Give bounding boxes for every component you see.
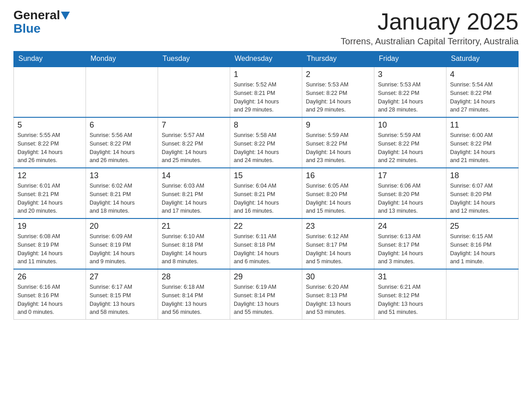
day-number: 22 bbox=[234, 222, 298, 231]
calendar-cell: 22Sunrise: 6:11 AM Sunset: 8:18 PM Dayli… bbox=[230, 218, 302, 269]
calendar-week-row: 1Sunrise: 5:52 AM Sunset: 8:21 PM Daylig… bbox=[14, 67, 519, 117]
calendar-cell: 18Sunrise: 6:07 AM Sunset: 8:20 PM Dayli… bbox=[446, 168, 519, 218]
calendar-week-row: 26Sunrise: 6:16 AM Sunset: 8:16 PM Dayli… bbox=[14, 269, 519, 320]
calendar-header-friday: Friday bbox=[374, 51, 446, 67]
calendar-cell: 17Sunrise: 6:06 AM Sunset: 8:20 PM Dayli… bbox=[374, 168, 446, 218]
calendar-cell: 15Sunrise: 6:04 AM Sunset: 8:21 PM Dayli… bbox=[230, 168, 302, 218]
location-title: Torrens, Australian Capital Territory, A… bbox=[341, 36, 519, 47]
day-info: Sunrise: 5:58 AM Sunset: 8:22 PM Dayligh… bbox=[234, 131, 298, 165]
day-number: 28 bbox=[162, 272, 226, 282]
day-info: Sunrise: 6:18 AM Sunset: 8:14 PM Dayligh… bbox=[162, 283, 226, 317]
calendar-cell: 1Sunrise: 5:52 AM Sunset: 8:21 PM Daylig… bbox=[230, 67, 302, 117]
day-number: 4 bbox=[450, 70, 515, 79]
day-info: Sunrise: 6:16 AM Sunset: 8:16 PM Dayligh… bbox=[17, 283, 82, 317]
day-info: Sunrise: 6:01 AM Sunset: 8:21 PM Dayligh… bbox=[17, 182, 82, 215]
calendar-cell: 6Sunrise: 5:56 AM Sunset: 8:22 PM Daylig… bbox=[86, 117, 158, 168]
calendar-cell: 12Sunrise: 6:01 AM Sunset: 8:21 PM Dayli… bbox=[14, 168, 86, 218]
day-info: Sunrise: 6:21 AM Sunset: 8:12 PM Dayligh… bbox=[378, 283, 442, 317]
calendar-week-row: 19Sunrise: 6:08 AM Sunset: 8:19 PM Dayli… bbox=[14, 218, 519, 269]
calendar-cell: 2Sunrise: 5:53 AM Sunset: 8:22 PM Daylig… bbox=[302, 67, 374, 117]
day-number: 25 bbox=[450, 222, 515, 231]
calendar-cell bbox=[86, 67, 158, 117]
title-area: January 2025 Torrens, Australian Capital… bbox=[341, 9, 519, 47]
day-info: Sunrise: 6:03 AM Sunset: 8:21 PM Dayligh… bbox=[162, 182, 226, 215]
calendar-cell: 25Sunrise: 6:15 AM Sunset: 8:16 PM Dayli… bbox=[446, 218, 519, 269]
day-number: 19 bbox=[17, 222, 82, 231]
calendar-cell: 21Sunrise: 6:10 AM Sunset: 8:18 PM Dayli… bbox=[158, 218, 230, 269]
day-number: 27 bbox=[90, 272, 154, 282]
calendar-cell: 3Sunrise: 5:53 AM Sunset: 8:22 PM Daylig… bbox=[374, 67, 446, 117]
day-number: 24 bbox=[378, 222, 442, 231]
calendar-header-thursday: Thursday bbox=[302, 51, 374, 67]
calendar-header-saturday: Saturday bbox=[446, 51, 519, 67]
calendar-cell: 4Sunrise: 5:54 AM Sunset: 8:22 PM Daylig… bbox=[446, 67, 519, 117]
day-info: Sunrise: 6:12 AM Sunset: 8:17 PM Dayligh… bbox=[306, 232, 370, 266]
month-title: January 2025 bbox=[341, 9, 519, 34]
day-number: 13 bbox=[90, 171, 154, 180]
logo-general-text: General bbox=[13, 9, 60, 21]
day-number: 3 bbox=[378, 70, 442, 79]
day-info: Sunrise: 6:15 AM Sunset: 8:16 PM Dayligh… bbox=[450, 232, 515, 266]
calendar-cell: 26Sunrise: 6:16 AM Sunset: 8:16 PM Dayli… bbox=[14, 269, 86, 320]
day-number: 8 bbox=[234, 120, 298, 130]
day-number: 5 bbox=[17, 120, 82, 130]
calendar-cell: 23Sunrise: 6:12 AM Sunset: 8:17 PM Dayli… bbox=[302, 218, 374, 269]
calendar-table: SundayMondayTuesdayWednesdayThursdayFrid… bbox=[13, 51, 519, 320]
day-number: 6 bbox=[90, 120, 154, 130]
day-number: 17 bbox=[378, 171, 442, 180]
calendar-cell: 30Sunrise: 6:20 AM Sunset: 8:13 PM Dayli… bbox=[302, 269, 374, 320]
day-number: 30 bbox=[306, 272, 370, 282]
calendar-cell: 27Sunrise: 6:17 AM Sunset: 8:15 PM Dayli… bbox=[86, 269, 158, 320]
day-number: 7 bbox=[162, 120, 226, 130]
day-number: 9 bbox=[306, 120, 370, 130]
day-info: Sunrise: 6:05 AM Sunset: 8:20 PM Dayligh… bbox=[306, 182, 370, 215]
day-number: 29 bbox=[234, 272, 298, 282]
calendar-cell: 9Sunrise: 5:59 AM Sunset: 8:22 PM Daylig… bbox=[302, 117, 374, 168]
day-info: Sunrise: 5:59 AM Sunset: 8:22 PM Dayligh… bbox=[378, 131, 442, 165]
calendar-cell: 14Sunrise: 6:03 AM Sunset: 8:21 PM Dayli… bbox=[158, 168, 230, 218]
day-info: Sunrise: 5:56 AM Sunset: 8:22 PM Dayligh… bbox=[90, 131, 154, 165]
day-info: Sunrise: 6:10 AM Sunset: 8:18 PM Dayligh… bbox=[162, 232, 226, 266]
day-info: Sunrise: 5:57 AM Sunset: 8:22 PM Dayligh… bbox=[162, 131, 226, 165]
day-info: Sunrise: 6:13 AM Sunset: 8:17 PM Dayligh… bbox=[378, 232, 442, 266]
calendar-header-monday: Monday bbox=[86, 51, 158, 67]
day-info: Sunrise: 5:55 AM Sunset: 8:22 PM Dayligh… bbox=[17, 131, 82, 165]
calendar-cell bbox=[14, 67, 86, 117]
day-number: 18 bbox=[450, 171, 515, 180]
day-number: 15 bbox=[234, 171, 298, 180]
calendar-week-row: 5Sunrise: 5:55 AM Sunset: 8:22 PM Daylig… bbox=[14, 117, 519, 168]
calendar-cell: 10Sunrise: 5:59 AM Sunset: 8:22 PM Dayli… bbox=[374, 117, 446, 168]
calendar-cell: 8Sunrise: 5:58 AM Sunset: 8:22 PM Daylig… bbox=[230, 117, 302, 168]
day-number: 16 bbox=[306, 171, 370, 180]
day-info: Sunrise: 5:54 AM Sunset: 8:22 PM Dayligh… bbox=[450, 81, 515, 114]
day-info: Sunrise: 5:53 AM Sunset: 8:22 PM Dayligh… bbox=[306, 81, 370, 114]
calendar-cell: 11Sunrise: 6:00 AM Sunset: 8:22 PM Dayli… bbox=[446, 117, 519, 168]
day-info: Sunrise: 6:19 AM Sunset: 8:14 PM Dayligh… bbox=[234, 283, 298, 317]
calendar-cell: 29Sunrise: 6:19 AM Sunset: 8:14 PM Dayli… bbox=[230, 269, 302, 320]
day-info: Sunrise: 6:11 AM Sunset: 8:18 PM Dayligh… bbox=[234, 232, 298, 266]
calendar-cell: 20Sunrise: 6:09 AM Sunset: 8:19 PM Dayli… bbox=[86, 218, 158, 269]
day-number: 26 bbox=[17, 272, 82, 282]
calendar-week-row: 12Sunrise: 6:01 AM Sunset: 8:21 PM Dayli… bbox=[14, 168, 519, 218]
calendar-cell bbox=[446, 269, 519, 320]
calendar-cell: 16Sunrise: 6:05 AM Sunset: 8:20 PM Dayli… bbox=[302, 168, 374, 218]
day-info: Sunrise: 6:08 AM Sunset: 8:19 PM Dayligh… bbox=[17, 232, 82, 266]
day-number: 12 bbox=[17, 171, 82, 180]
calendar-header-sunday: Sunday bbox=[14, 51, 86, 67]
calendar-cell: 24Sunrise: 6:13 AM Sunset: 8:17 PM Dayli… bbox=[374, 218, 446, 269]
calendar-cell: 28Sunrise: 6:18 AM Sunset: 8:14 PM Dayli… bbox=[158, 269, 230, 320]
day-number: 23 bbox=[306, 222, 370, 231]
day-info: Sunrise: 6:04 AM Sunset: 8:21 PM Dayligh… bbox=[234, 182, 298, 215]
calendar-header-wednesday: Wednesday bbox=[230, 51, 302, 67]
day-info: Sunrise: 5:52 AM Sunset: 8:21 PM Dayligh… bbox=[234, 81, 298, 114]
calendar-cell: 7Sunrise: 5:57 AM Sunset: 8:22 PM Daylig… bbox=[158, 117, 230, 168]
day-number: 31 bbox=[378, 272, 442, 282]
calendar-cell bbox=[158, 67, 230, 117]
day-number: 20 bbox=[90, 222, 154, 231]
day-info: Sunrise: 6:20 AM Sunset: 8:13 PM Dayligh… bbox=[306, 283, 370, 317]
day-info: Sunrise: 6:09 AM Sunset: 8:19 PM Dayligh… bbox=[90, 232, 154, 266]
day-info: Sunrise: 5:53 AM Sunset: 8:22 PM Dayligh… bbox=[378, 81, 442, 114]
logo: General Blue bbox=[13, 9, 70, 36]
day-number: 11 bbox=[450, 120, 515, 130]
calendar-cell: 13Sunrise: 6:02 AM Sunset: 8:21 PM Dayli… bbox=[86, 168, 158, 218]
